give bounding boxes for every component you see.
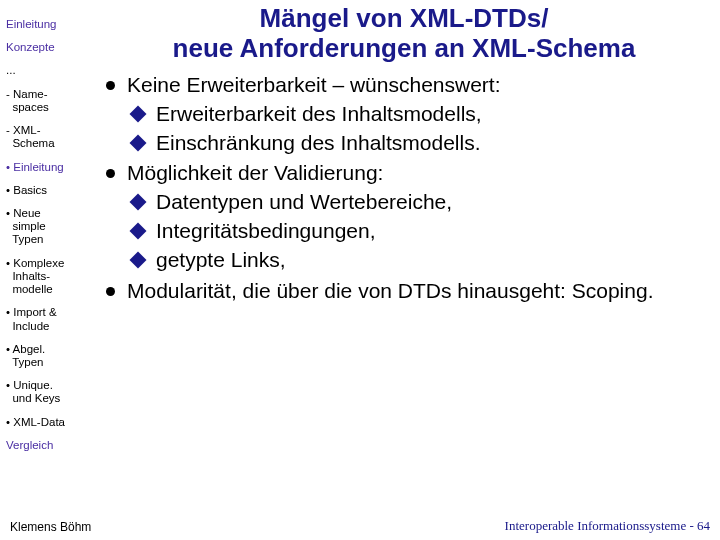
slide-footer: Klemens Böhm Interoperable Informationss… (0, 518, 720, 540)
bullet-dot-icon (106, 169, 115, 178)
bullet-level2: Einschränkung des Inhaltsmodells. (132, 130, 710, 157)
bullet-list: Keine Erweiterbarkeit – wünschenswert: E… (98, 72, 710, 305)
slide-title: Mängel von XML-DTDs/ neue Anforderungen … (98, 4, 710, 64)
nav-import-include[interactable]: • Import & Include (6, 306, 92, 332)
bullet-level2: Datentypen und Wertebereiche, (132, 189, 710, 216)
title-line-1: Mängel von XML-DTDs/ (260, 3, 549, 33)
bullet-dot-icon (106, 81, 115, 90)
bullet-text: Möglichkeit der Validierung: (127, 160, 710, 187)
bullet-diamond-icon (130, 223, 147, 240)
bullet-level2: Integritätsbedingungen, (132, 218, 710, 245)
nav-komplexe-inhaltsmodelle[interactable]: • Komplexe Inhalts- modelle (6, 257, 92, 297)
main-content: Mängel von XML-DTDs/ neue Anforderungen … (96, 0, 720, 518)
footer-page-info: Interoperable Informationssysteme - 64 (505, 518, 710, 534)
nav-abgel-typen[interactable]: • Abgel. Typen (6, 343, 92, 369)
nav-neue-simple-typen[interactable]: • Neue simple Typen (6, 207, 92, 247)
bullet-diamond-icon (130, 252, 147, 269)
footer-author: Klemens Böhm (10, 520, 91, 534)
bullet-diamond-icon (130, 194, 147, 211)
nav-vergleich[interactable]: Vergleich (6, 439, 92, 452)
bullet-level1: Möglichkeit der Validierung: (106, 160, 710, 187)
nav-sub-einleitung[interactable]: • Einleitung (6, 161, 92, 174)
title-line-2: neue Anforderungen an XML-Schema (173, 33, 636, 63)
bullet-level2: Erweiterbarkeit des Inhaltsmodells, (132, 101, 710, 128)
nav-konzepte[interactable]: Konzepte (6, 41, 92, 54)
bullet-level1: Keine Erweiterbarkeit – wünschenswert: (106, 72, 710, 99)
bullet-diamond-icon (130, 105, 147, 122)
nav-einleitung[interactable]: Einleitung (6, 18, 92, 31)
nav-unique-keys[interactable]: • Unique. und Keys (6, 379, 92, 405)
nav-ellipsis: ... (6, 64, 92, 77)
nav-basics[interactable]: • Basics (6, 184, 92, 197)
bullet-diamond-icon (130, 134, 147, 151)
bullet-text: getypte Links, (156, 247, 710, 274)
nav-xml-schema[interactable]: - XML- Schema (6, 124, 92, 150)
bullet-text: Integritätsbedingungen, (156, 218, 710, 245)
sidebar-nav: Einleitung Konzepte ... - Name- spaces -… (0, 0, 96, 518)
bullet-level2: getypte Links, (132, 247, 710, 274)
nav-xml-data[interactable]: • XML-Data (6, 416, 92, 429)
nav-namespaces[interactable]: - Name- spaces (6, 88, 92, 114)
bullet-text: Datentypen und Wertebereiche, (156, 189, 710, 216)
bullet-text: Einschränkung des Inhaltsmodells. (156, 130, 710, 157)
slide-body: Einleitung Konzepte ... - Name- spaces -… (0, 0, 720, 518)
bullet-text: Modularität, die über die von DTDs hinau… (127, 278, 710, 305)
bullet-text: Erweiterbarkeit des Inhaltsmodells, (156, 101, 710, 128)
slide: Einleitung Konzepte ... - Name- spaces -… (0, 0, 720, 540)
bullet-dot-icon (106, 287, 115, 296)
bullet-level1: Modularität, die über die von DTDs hinau… (106, 278, 710, 305)
bullet-text: Keine Erweiterbarkeit – wünschenswert: (127, 72, 710, 99)
